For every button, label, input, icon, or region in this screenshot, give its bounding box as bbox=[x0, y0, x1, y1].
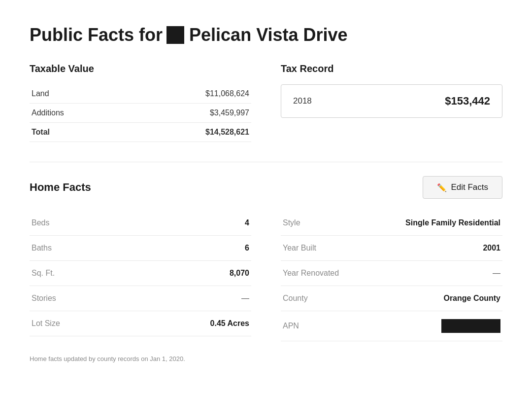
fact-value: Orange County bbox=[443, 294, 500, 303]
address-redacted-block bbox=[166, 26, 184, 44]
fact-row: Sq. Ft. 8,070 bbox=[30, 261, 251, 286]
apn-redacted-block bbox=[441, 319, 500, 333]
divider bbox=[30, 162, 502, 162]
home-facts-header: Home Facts ✏️ Edit Facts bbox=[30, 176, 502, 199]
fact-row: Stories — bbox=[30, 286, 251, 311]
fact-row: County Orange County bbox=[281, 286, 502, 311]
fact-row: Beds 4 bbox=[30, 211, 251, 236]
fact-row: Year Built 2001 bbox=[281, 236, 502, 261]
taxable-row-label: Additions bbox=[30, 104, 125, 123]
fact-label: Sq. Ft. bbox=[32, 269, 55, 278]
fact-value: 6 bbox=[245, 244, 249, 253]
tax-record-section: Tax Record 2018 $153,442 bbox=[281, 63, 502, 142]
apn-value bbox=[441, 319, 500, 333]
fact-label: APN bbox=[283, 322, 299, 330]
facts-left-col: Beds 4 Baths 6 Sq. Ft. 8,070 Stories — L… bbox=[30, 211, 251, 341]
fact-value: 0.45 Acres bbox=[210, 319, 249, 328]
fact-label: Lot Size bbox=[32, 319, 60, 328]
fact-row: Year Renovated — bbox=[281, 261, 502, 286]
fact-value: 2001 bbox=[483, 244, 500, 253]
pencil-icon: ✏️ bbox=[437, 183, 447, 192]
title-suffix: Pelican Vista Drive bbox=[189, 25, 348, 45]
fact-row: Lot Size 0.45 Acres bbox=[30, 311, 251, 336]
edit-facts-button[interactable]: ✏️ Edit Facts bbox=[423, 176, 502, 199]
taxable-tax-section: Taxable Value Land $11,068,624 Additions… bbox=[30, 63, 502, 142]
fact-label: Beds bbox=[32, 218, 49, 227]
fact-label: Style bbox=[283, 218, 300, 227]
taxable-row: Additions $3,459,997 bbox=[30, 104, 251, 123]
taxable-row-value: $3,459,997 bbox=[125, 104, 251, 123]
fact-label: Baths bbox=[32, 244, 52, 253]
tax-record-year: 2018 bbox=[293, 96, 312, 106]
fact-value: Single Family Residential bbox=[405, 218, 500, 227]
taxable-row-label: Land bbox=[30, 84, 125, 104]
fact-label: Year Renovated bbox=[283, 269, 339, 278]
taxable-value-title: Taxable Value bbox=[30, 63, 251, 74]
fact-value: — bbox=[241, 294, 249, 303]
fact-row: APN bbox=[281, 311, 502, 341]
fact-value: — bbox=[493, 269, 500, 278]
tax-record-value: $153,442 bbox=[445, 95, 490, 108]
fact-value: 4 bbox=[245, 218, 249, 227]
fact-label: Stories bbox=[32, 294, 56, 303]
taxable-row-value: $11,068,624 bbox=[125, 84, 251, 104]
home-facts-title: Home Facts bbox=[30, 181, 91, 194]
fact-label: Year Built bbox=[283, 244, 316, 253]
fact-row: Baths 6 bbox=[30, 236, 251, 261]
taxable-row-value: $14,528,621 bbox=[125, 123, 251, 142]
taxable-row: Land $11,068,624 bbox=[30, 84, 251, 104]
home-facts-grid: Beds 4 Baths 6 Sq. Ft. 8,070 Stories — L… bbox=[30, 211, 502, 341]
fact-value: 8,070 bbox=[230, 269, 249, 278]
fact-row: Style Single Family Residential bbox=[281, 211, 502, 236]
tax-record-box: 2018 $153,442 bbox=[281, 84, 502, 118]
facts-right-col: Style Single Family Residential Year Bui… bbox=[281, 211, 502, 341]
taxable-value-section: Taxable Value Land $11,068,624 Additions… bbox=[30, 63, 251, 142]
taxable-row: Total $14,528,621 bbox=[30, 123, 251, 142]
fact-label: County bbox=[283, 294, 308, 303]
taxable-table: Land $11,068,624 Additions $3,459,997 To… bbox=[30, 84, 251, 142]
title-prefix: Public Facts for bbox=[30, 25, 163, 45]
edit-facts-label: Edit Facts bbox=[451, 182, 488, 192]
tax-record-title: Tax Record bbox=[281, 63, 502, 74]
taxable-row-label: Total bbox=[30, 123, 125, 142]
footer-note: Home facts updated by county records on … bbox=[30, 355, 502, 362]
page-title: Public Facts for Pelican Vista Drive bbox=[30, 25, 502, 45]
